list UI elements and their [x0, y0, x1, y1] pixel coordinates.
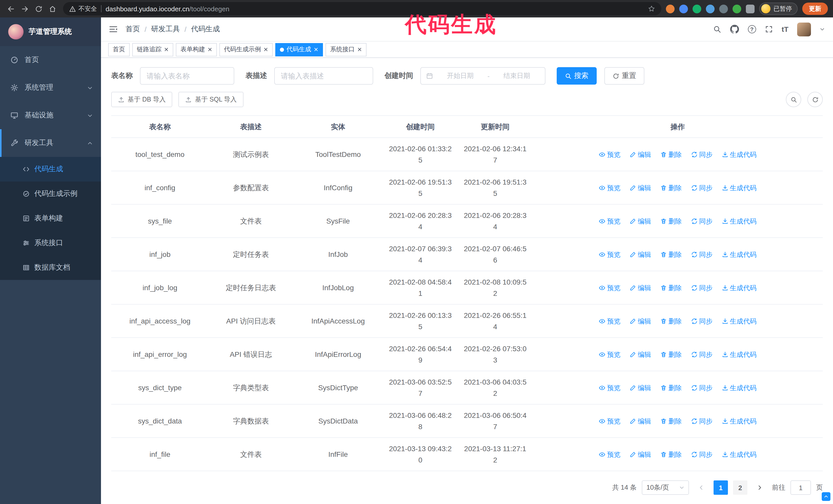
delete-link[interactable]: 删除 — [660, 282, 682, 293]
hamburger-icon[interactable] — [101, 18, 125, 41]
edit-link[interactable]: 编辑 — [629, 349, 651, 360]
tab-codegen-example[interactable]: 代码生成示例 — [219, 43, 273, 56]
table-name-input[interactable] — [140, 67, 234, 85]
extension-icon-4[interactable] — [706, 4, 715, 13]
generate-code-link[interactable]: 生成代码 — [722, 149, 757, 160]
page-number-1[interactable]: 1 — [714, 480, 728, 495]
generate-code-link[interactable]: 生成代码 — [722, 182, 757, 194]
close-icon[interactable] — [164, 47, 169, 52]
preview-link[interactable]: 预览 — [599, 415, 620, 427]
puzzle-extensions-icon[interactable] — [746, 4, 755, 13]
import-db-button[interactable]: 基于 DB 导入 — [111, 92, 172, 107]
sync-link[interactable]: 同步 — [691, 449, 713, 460]
sidebar-item-home[interactable]: 首页 — [0, 46, 101, 74]
preview-link[interactable]: 预览 — [599, 349, 620, 360]
app-logo[interactable]: 芋道管理系统 — [0, 18, 101, 46]
fullscreen-icon[interactable] — [765, 25, 773, 33]
generate-code-link[interactable]: 生成代码 — [722, 382, 757, 393]
import-sql-button[interactable]: 基于 SQL 导入 — [178, 92, 243, 107]
sync-link[interactable]: 同步 — [691, 216, 713, 227]
generate-code-link[interactable]: 生成代码 — [722, 216, 757, 227]
preview-link[interactable]: 预览 — [599, 382, 620, 393]
breadcrumb-item-devtools[interactable]: 研发工具 — [151, 25, 180, 34]
prev-page-button[interactable] — [694, 480, 709, 495]
generate-code-link[interactable]: 生成代码 — [722, 249, 757, 260]
edit-link[interactable]: 编辑 — [629, 182, 651, 194]
user-menu-caret-icon[interactable] — [820, 27, 825, 32]
edit-link[interactable]: 编辑 — [629, 282, 651, 293]
delete-link[interactable]: 删除 — [660, 382, 682, 393]
profile-paused-badge[interactable]: 已暂停 — [759, 3, 798, 15]
generate-code-link[interactable]: 生成代码 — [722, 282, 757, 293]
edit-link[interactable]: 编辑 — [629, 316, 651, 327]
sidebar-item-system-mgmt[interactable]: 系统管理 — [0, 74, 101, 101]
sync-link[interactable]: 同步 — [691, 415, 713, 427]
sync-link[interactable]: 同步 — [691, 316, 713, 327]
security-indicator[interactable]: 不安全 — [69, 4, 97, 13]
page-size-select[interactable]: 10条/页 — [642, 480, 689, 495]
extension-icon-2[interactable] — [679, 4, 688, 13]
sync-link[interactable]: 同步 — [691, 382, 713, 393]
delete-link[interactable]: 删除 — [660, 415, 682, 427]
sync-link[interactable]: 同步 — [691, 182, 713, 194]
back-to-top-button[interactable] — [822, 492, 830, 501]
sidebar-item-form-builder[interactable]: 表单构建 — [0, 206, 101, 231]
sidebar-item-code-generation[interactable]: 代码生成 — [0, 157, 101, 182]
extension-icon-3[interactable] — [693, 4, 701, 13]
edit-link[interactable]: 编辑 — [629, 149, 651, 160]
table-desc-input[interactable] — [274, 67, 373, 85]
goto-page-input[interactable] — [790, 480, 811, 495]
preview-link[interactable]: 预览 — [599, 216, 620, 227]
preview-link[interactable]: 预览 — [599, 282, 620, 293]
extension-icon-5[interactable] — [719, 4, 728, 13]
page-number-2[interactable]: 2 — [733, 480, 747, 495]
tab-code-generation[interactable]: 代码生成 — [275, 43, 323, 56]
tab-form-builder[interactable]: 表单构建 — [176, 43, 217, 56]
preview-link[interactable]: 预览 — [599, 449, 620, 460]
reload-icon[interactable] — [35, 5, 43, 13]
preview-link[interactable]: 预览 — [599, 149, 620, 160]
preview-link[interactable]: 预览 — [599, 182, 620, 194]
edit-link[interactable]: 编辑 — [629, 216, 651, 227]
browser-update-button[interactable]: 更新 — [802, 3, 828, 15]
help-icon[interactable] — [748, 25, 756, 33]
sidebar-item-system-api[interactable]: 系统接口 — [0, 231, 101, 255]
edit-link[interactable]: 编辑 — [629, 449, 651, 460]
delete-link[interactable]: 删除 — [660, 316, 682, 327]
refresh-table-button[interactable] — [807, 92, 823, 107]
generate-code-link[interactable]: 生成代码 — [722, 316, 757, 327]
toggle-search-button[interactable] — [786, 92, 801, 107]
close-icon[interactable] — [208, 47, 212, 52]
address-bar[interactable]: 不安全 dashboard.yudao.iocoder.cn/tool/code… — [63, 2, 661, 16]
home-icon[interactable] — [49, 5, 56, 13]
sync-link[interactable]: 同步 — [691, 349, 713, 360]
font-size-icon[interactable] — [782, 25, 788, 33]
sync-link[interactable]: 同步 — [691, 249, 713, 260]
delete-link[interactable]: 删除 — [660, 182, 682, 194]
delete-link[interactable]: 删除 — [660, 349, 682, 360]
reset-button[interactable]: 重置 — [604, 67, 644, 85]
close-icon[interactable] — [314, 47, 318, 52]
edit-link[interactable]: 编辑 — [629, 249, 651, 260]
close-icon[interactable] — [263, 47, 268, 52]
date-range-picker[interactable]: 开始日期 - 结束日期 — [420, 67, 545, 85]
tab-system-api[interactable]: 系统接口 — [326, 43, 366, 56]
delete-link[interactable]: 删除 — [660, 149, 682, 160]
preview-link[interactable]: 预览 — [599, 249, 620, 260]
sidebar-item-codegen-example[interactable]: 代码生成示例 — [0, 182, 101, 206]
preview-link[interactable]: 预览 — [599, 316, 620, 327]
sync-link[interactable]: 同步 — [691, 282, 713, 293]
delete-link[interactable]: 删除 — [660, 449, 682, 460]
extension-icon-1[interactable] — [666, 4, 674, 13]
generate-code-link[interactable]: 生成代码 — [722, 349, 757, 360]
sidebar-item-dev-tools[interactable]: 研发工具 — [0, 129, 101, 157]
delete-link[interactable]: 删除 — [660, 216, 682, 227]
bookmark-star-icon[interactable] — [648, 5, 655, 12]
edit-link[interactable]: 编辑 — [629, 382, 651, 393]
delete-link[interactable]: 删除 — [660, 249, 682, 260]
search-icon[interactable] — [713, 25, 721, 33]
generate-code-link[interactable]: 生成代码 — [722, 415, 757, 427]
sidebar-item-db-docs[interactable]: 数据库文档 — [0, 255, 101, 280]
github-icon[interactable] — [730, 25, 739, 34]
back-icon[interactable] — [7, 5, 15, 13]
